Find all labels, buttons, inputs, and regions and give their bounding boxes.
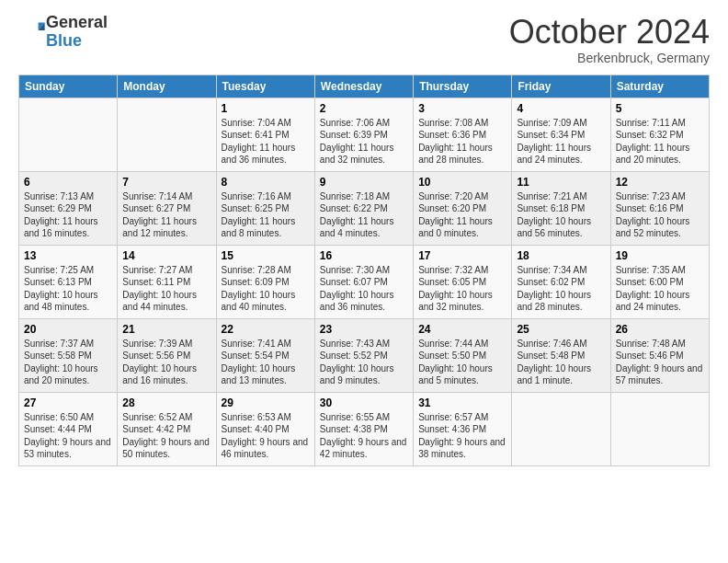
day-number: 6 — [24, 176, 112, 189]
calendar-cell-w4-d6: 25Sunrise: 7:46 AM Sunset: 5:48 PM Dayli… — [512, 318, 610, 392]
day-number: 9 — [320, 176, 408, 189]
day-info: Sunrise: 7:18 AM Sunset: 6:22 PM Dayligh… — [320, 190, 408, 240]
title-block: October 2024 Berkenbruck, Germany — [509, 14, 710, 65]
calendar-cell-w5-d6 — [512, 392, 610, 465]
location: Berkenbruck, Germany — [509, 51, 710, 65]
day-number: 19 — [616, 249, 704, 262]
day-number: 7 — [122, 176, 210, 189]
logo-text: General Blue — [46, 14, 108, 51]
calendar-cell-w5-d4: 30Sunrise: 6:55 AM Sunset: 4:38 PM Dayli… — [314, 392, 413, 465]
day-info: Sunrise: 6:52 AM Sunset: 4:42 PM Dayligh… — [122, 411, 210, 461]
col-wednesday: Wednesday — [314, 75, 413, 98]
calendar-cell-w5-d1: 27Sunrise: 6:50 AM Sunset: 4:44 PM Dayli… — [19, 392, 118, 465]
calendar-table: Sunday Monday Tuesday Wednesday Thursday… — [18, 75, 710, 466]
day-info: Sunrise: 7:23 AM Sunset: 6:16 PM Dayligh… — [616, 190, 704, 240]
day-info: Sunrise: 7:35 AM Sunset: 6:00 PM Dayligh… — [616, 264, 704, 314]
week-row-5: 27Sunrise: 6:50 AM Sunset: 4:44 PM Dayli… — [19, 392, 710, 465]
day-number: 30 — [320, 396, 408, 409]
day-info: Sunrise: 7:14 AM Sunset: 6:27 PM Dayligh… — [122, 190, 210, 240]
day-number: 26 — [616, 323, 704, 336]
day-number: 20 — [24, 323, 112, 336]
day-number: 11 — [517, 176, 605, 189]
day-number: 24 — [418, 323, 506, 336]
week-row-1: 1Sunrise: 7:04 AM Sunset: 6:41 PM Daylig… — [19, 98, 710, 171]
week-row-3: 13Sunrise: 7:25 AM Sunset: 6:13 PM Dayli… — [19, 245, 710, 318]
day-info: Sunrise: 7:13 AM Sunset: 6:29 PM Dayligh… — [24, 190, 112, 240]
calendar-cell-w3-d4: 16Sunrise: 7:30 AM Sunset: 6:07 PM Dayli… — [314, 245, 413, 318]
col-thursday: Thursday — [414, 75, 512, 98]
calendar-cell-w1-d7: 5Sunrise: 7:11 AM Sunset: 6:32 PM Daylig… — [610, 98, 709, 171]
calendar-cell-w1-d5: 3Sunrise: 7:08 AM Sunset: 6:36 PM Daylig… — [414, 98, 512, 171]
day-info: Sunrise: 7:06 AM Sunset: 6:39 PM Dayligh… — [320, 117, 408, 167]
day-info: Sunrise: 7:21 AM Sunset: 6:18 PM Dayligh… — [517, 190, 605, 240]
day-info: Sunrise: 6:50 AM Sunset: 4:44 PM Dayligh… — [24, 411, 112, 461]
calendar-cell-w2-d5: 10Sunrise: 7:20 AM Sunset: 6:20 PM Dayli… — [414, 171, 512, 245]
col-sunday: Sunday — [19, 75, 118, 98]
day-number: 25 — [517, 323, 605, 336]
day-info: Sunrise: 7:04 AM Sunset: 6:41 PM Dayligh… — [222, 117, 310, 167]
day-info: Sunrise: 7:37 AM Sunset: 5:58 PM Dayligh… — [24, 338, 112, 387]
day-info: Sunrise: 7:20 AM Sunset: 6:20 PM Dayligh… — [418, 190, 506, 240]
day-info: Sunrise: 7:16 AM Sunset: 6:25 PM Dayligh… — [222, 190, 310, 240]
day-number: 2 — [320, 102, 408, 115]
calendar-cell-w1-d4: 2Sunrise: 7:06 AM Sunset: 6:39 PM Daylig… — [314, 98, 413, 171]
col-tuesday: Tuesday — [216, 75, 314, 98]
calendar-cell-w3-d7: 19Sunrise: 7:35 AM Sunset: 6:00 PM Dayli… — [610, 245, 709, 318]
calendar-header-row: Sunday Monday Tuesday Wednesday Thursday… — [19, 75, 710, 98]
calendar-cell-w3-d3: 15Sunrise: 7:28 AM Sunset: 6:09 PM Dayli… — [216, 245, 314, 318]
calendar-cell-w5-d5: 31Sunrise: 6:57 AM Sunset: 4:36 PM Dayli… — [414, 392, 512, 465]
day-info: Sunrise: 7:25 AM Sunset: 6:13 PM Dayligh… — [24, 264, 112, 314]
day-number: 31 — [418, 396, 506, 409]
day-info: Sunrise: 7:44 AM Sunset: 5:50 PM Dayligh… — [418, 338, 506, 387]
day-info: Sunrise: 7:08 AM Sunset: 6:36 PM Dayligh… — [418, 117, 506, 167]
calendar-cell-w5-d7 — [610, 392, 709, 465]
calendar-cell-w4-d7: 26Sunrise: 7:48 AM Sunset: 5:46 PM Dayli… — [610, 318, 709, 392]
day-info: Sunrise: 7:28 AM Sunset: 6:09 PM Dayligh… — [222, 264, 310, 314]
calendar-cell-w3-d1: 13Sunrise: 7:25 AM Sunset: 6:13 PM Dayli… — [19, 245, 118, 318]
day-number: 17 — [418, 249, 506, 262]
day-info: Sunrise: 7:09 AM Sunset: 6:34 PM Dayligh… — [517, 117, 605, 167]
calendar-cell-w5-d3: 29Sunrise: 6:53 AM Sunset: 4:40 PM Dayli… — [216, 392, 314, 465]
day-number: 27 — [24, 396, 112, 409]
page: General Blue October 2024 Berkenbruck, G… — [0, 0, 728, 563]
calendar-cell-w4-d1: 20Sunrise: 7:37 AM Sunset: 5:58 PM Dayli… — [19, 318, 118, 392]
calendar-cell-w3-d5: 17Sunrise: 7:32 AM Sunset: 6:05 PM Dayli… — [414, 245, 512, 318]
day-info: Sunrise: 6:55 AM Sunset: 4:38 PM Dayligh… — [320, 411, 408, 461]
day-info: Sunrise: 7:48 AM Sunset: 5:46 PM Dayligh… — [616, 338, 704, 387]
day-number: 18 — [517, 249, 605, 262]
day-info: Sunrise: 6:57 AM Sunset: 4:36 PM Dayligh… — [418, 411, 506, 461]
logo-icon — [20, 17, 46, 43]
calendar-cell-w1-d3: 1Sunrise: 7:04 AM Sunset: 6:41 PM Daylig… — [216, 98, 314, 171]
calendar-cell-w3-d2: 14Sunrise: 7:27 AM Sunset: 6:11 PM Dayli… — [118, 245, 216, 318]
day-number: 15 — [222, 249, 310, 262]
calendar-cell-w2-d4: 9Sunrise: 7:18 AM Sunset: 6:22 PM Daylig… — [314, 171, 413, 245]
day-number: 22 — [222, 323, 310, 336]
calendar-cell-w4-d4: 23Sunrise: 7:43 AM Sunset: 5:52 PM Dayli… — [314, 318, 413, 392]
header: General Blue October 2024 Berkenbruck, G… — [18, 14, 710, 65]
day-number: 10 — [418, 176, 506, 189]
day-info: Sunrise: 6:53 AM Sunset: 4:40 PM Dayligh… — [222, 411, 310, 461]
calendar-cell-w4-d3: 22Sunrise: 7:41 AM Sunset: 5:54 PM Dayli… — [216, 318, 314, 392]
day-number: 5 — [616, 102, 704, 115]
col-monday: Monday — [118, 75, 216, 98]
calendar-cell-w2-d7: 12Sunrise: 7:23 AM Sunset: 6:16 PM Dayli… — [610, 171, 709, 245]
logo: General Blue — [18, 14, 108, 51]
day-number: 8 — [222, 176, 310, 189]
day-info: Sunrise: 7:46 AM Sunset: 5:48 PM Dayligh… — [517, 338, 605, 387]
day-info: Sunrise: 7:30 AM Sunset: 6:07 PM Dayligh… — [320, 264, 408, 314]
col-friday: Friday — [512, 75, 610, 98]
day-number: 13 — [24, 249, 112, 262]
day-info: Sunrise: 7:41 AM Sunset: 5:54 PM Dayligh… — [222, 338, 310, 387]
day-number: 3 — [418, 102, 506, 115]
day-info: Sunrise: 7:32 AM Sunset: 6:05 PM Dayligh… — [418, 264, 506, 314]
calendar-cell-w4-d5: 24Sunrise: 7:44 AM Sunset: 5:50 PM Dayli… — [414, 318, 512, 392]
calendar-cell-w3-d6: 18Sunrise: 7:34 AM Sunset: 6:02 PM Dayli… — [512, 245, 610, 318]
day-number: 16 — [320, 249, 408, 262]
calendar-cell-w2-d3: 8Sunrise: 7:16 AM Sunset: 6:25 PM Daylig… — [216, 171, 314, 245]
day-number: 29 — [222, 396, 310, 409]
calendar-cell-w2-d2: 7Sunrise: 7:14 AM Sunset: 6:27 PM Daylig… — [118, 171, 216, 245]
week-row-4: 20Sunrise: 7:37 AM Sunset: 5:58 PM Dayli… — [19, 318, 710, 392]
calendar-cell-w4-d2: 21Sunrise: 7:39 AM Sunset: 5:56 PM Dayli… — [118, 318, 216, 392]
calendar-cell-w2-d1: 6Sunrise: 7:13 AM Sunset: 6:29 PM Daylig… — [19, 171, 118, 245]
day-number: 1 — [222, 102, 310, 115]
